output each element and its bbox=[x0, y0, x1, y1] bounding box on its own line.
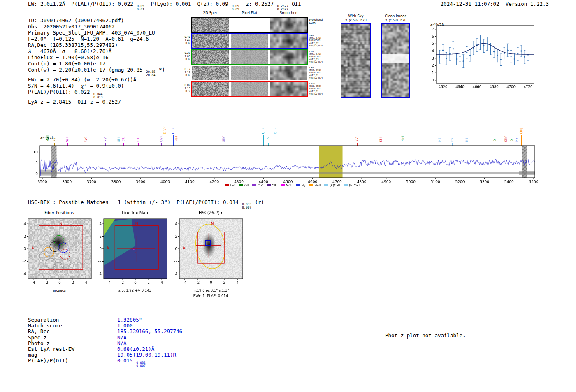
info-line: EWr = 2.70(±0.84) (w: 2.20(±0.67))Å bbox=[28, 77, 165, 83]
text-token: P(Lyα): 0.001 Q(z): 0.09 bbox=[144, 1, 231, 7]
cutout-rows: WeightedSum0.401.470390.42"(597, 670)202… bbox=[182, 11, 334, 103]
legend-label: Hγ bbox=[301, 183, 305, 187]
main-spectrum-canvas bbox=[25, 141, 543, 187]
legend-swatch bbox=[267, 184, 271, 186]
spectral-line-label: OII ( bbox=[171, 128, 175, 134]
info-line: Cont(n) = 1.80(±0.00)e-17 bbox=[28, 60, 165, 67]
text-token: LineFlux = 1.90(±0.58)e-16 bbox=[28, 54, 109, 60]
match-table: Separation1.32805"Match score1.000RA, De… bbox=[28, 317, 182, 364]
summary-header: EW: 2.0±1.2Å P(LAE)/P(OII): 0.022 0.050.… bbox=[28, 1, 301, 11]
lineflux-map-plot: Lineflux Map s/b: 1.92 +/- 0.143 bbox=[91, 209, 174, 293]
legend-item: (K)CaII bbox=[324, 183, 340, 187]
legend-label: (K)CaII bbox=[330, 183, 340, 187]
match-table-row: Photo zN/A bbox=[28, 340, 182, 346]
cutout-spec-panel bbox=[192, 34, 229, 48]
zoom-spectrum-canvas bbox=[425, 21, 537, 90]
text-token: HSC-DEX : Possible Matches = 1 (within +… bbox=[28, 199, 242, 205]
match-table-row: Est LyA rest-EW0.68(±0.21)Å bbox=[28, 346, 182, 352]
weighted-sum-label: WeightedSum bbox=[309, 18, 333, 25]
text-token: (r) bbox=[252, 199, 264, 205]
match-table-row: Separation1.32805" bbox=[28, 317, 182, 322]
match-table-label: Spec z bbox=[28, 334, 117, 340]
lineflux-map-caption: s/b: 1.92 +/- 0.143 bbox=[103, 288, 167, 293]
text-token: P(LAE)/P(OII): 0.022 bbox=[28, 89, 93, 95]
photz-note: Phot z plot not available. bbox=[385, 332, 466, 339]
info-line: RA,Dec (185.338715,55.297482) bbox=[28, 42, 165, 48]
text-token: ID: 3090174062 (3090174062.pdf) bbox=[28, 17, 124, 23]
text-token: EW: 2.0±1.2Å P(LAE)/P(OII): 0.022 bbox=[28, 1, 136, 7]
spectral-line-label: CIII( bbox=[519, 128, 523, 134]
spectral-line-label: SiIV ( bbox=[163, 126, 167, 135]
stacked-uncertainty: 0.090.09 bbox=[232, 5, 239, 11]
text-token: OII bbox=[289, 1, 301, 7]
match-table-row: P(LAE)/P(OII)0.015 0.0320.007 bbox=[28, 357, 182, 363]
cutout-flat-panel bbox=[231, 50, 268, 64]
fiber-positions-xlabel: arcsecs bbox=[27, 288, 91, 293]
legend-label: CIII bbox=[272, 183, 277, 187]
stacked-uncertainty: 0.25270.2527 bbox=[277, 5, 288, 11]
info-line: λ = 4670Å σ = 8.60(±2.70)Å bbox=[28, 48, 165, 54]
main-spectrum-ylabel: e⁻¹⁷x2Å bbox=[40, 136, 54, 140]
text-token: F=2.0" T=0.125 N̄=1.20 A=0.61 g=24.6 bbox=[28, 36, 149, 42]
spectral-line-label: OII ( bbox=[261, 128, 265, 134]
text-token: z: 0.2527 bbox=[239, 1, 276, 7]
legend-label: MgII bbox=[286, 183, 293, 187]
text-token: EWr = 2.70(±0.84) (w: 2.20(±0.67))Å bbox=[28, 77, 136, 83]
info-line: Obs: 20200521v017_3090174062 bbox=[28, 23, 165, 30]
text-token: Obs: 20200521v017_3090174062 bbox=[28, 23, 115, 30]
cutout-spec-panel bbox=[192, 82, 229, 96]
info-line: F=2.0" T=0.125 N̄=1.20 A=0.61 g=24.6 bbox=[28, 36, 165, 42]
stacked-uncertainty: 20.8520.84 bbox=[146, 70, 156, 77]
match-table-label: Match score bbox=[28, 322, 117, 328]
legend-label: HeII bbox=[314, 183, 321, 187]
text-token: *) bbox=[156, 67, 165, 73]
stacked-uncertainty: 0.0320.007 bbox=[136, 361, 146, 367]
with-sky-panel: With Sky x, y: 597, 670 bbox=[339, 14, 373, 98]
fiber-positions-canvas bbox=[16, 216, 95, 286]
cutout-smooth-panel bbox=[270, 66, 307, 80]
lineflux-map-canvas bbox=[91, 216, 170, 286]
legend-item: CIII bbox=[267, 183, 277, 187]
cutout-row bbox=[191, 33, 308, 49]
match-table-value: N/A bbox=[117, 340, 127, 346]
info-line: LyA z = 2.8415 OII z = 0.2527 bbox=[28, 99, 165, 105]
match-table-value: 0.015 0.0320.007 bbox=[117, 357, 146, 363]
legend-label: OII bbox=[244, 183, 249, 187]
cutout-row bbox=[191, 49, 308, 65]
match-table-value: 1.32805" bbox=[117, 317, 142, 322]
legend-label: CIV bbox=[258, 183, 263, 187]
spectrum-legend: LyαOIICIVCIIIMgIIHγHeII(K)CaII(H)CaII bbox=[177, 183, 407, 187]
lineflux-map-title: Lineflux Map bbox=[103, 209, 167, 216]
cutout-row bbox=[191, 81, 308, 97]
cutout-row-left-labels: 0.251.85039 bbox=[182, 52, 190, 61]
cutout-smooth-panel bbox=[270, 34, 307, 48]
legend-swatch bbox=[309, 184, 313, 186]
match-table-label: Photo z bbox=[28, 340, 117, 346]
legend-item: Hγ bbox=[296, 183, 305, 187]
cutout-spec-panel bbox=[192, 66, 229, 80]
cutout-smooth-panel bbox=[270, 18, 307, 32]
legend-item: MgII bbox=[281, 183, 293, 187]
legend-swatch bbox=[344, 184, 348, 186]
legend-item: Lyα bbox=[225, 183, 235, 187]
cutout-row-annotation: 0.42"(597, 670)20200521v017_02403_LU_074 bbox=[309, 34, 333, 47]
match-table-label: Separation bbox=[28, 317, 117, 322]
hsc-cutout-canvas bbox=[167, 216, 246, 286]
match-table-row: mag19.05(19.00,19.11)R bbox=[28, 352, 182, 357]
hsc-cutout-caption-2: EWr: 1. PLAE: 0.014 bbox=[179, 293, 243, 299]
cutout-smooth-panel bbox=[270, 82, 307, 96]
legend-swatch bbox=[281, 184, 285, 186]
text-token: LyA z = 2.8415 OII z = 0.2527 bbox=[28, 99, 121, 105]
cutout-spec-panel bbox=[192, 18, 229, 32]
fiber-positions-plot: Fiber Positions arcsecs bbox=[16, 209, 98, 293]
info-line: Cont(w) = 2.20(±0.01)e-17 (gmag 20.85 20… bbox=[28, 67, 165, 77]
match-table-label: mag bbox=[28, 352, 117, 357]
legend-item: CIV bbox=[252, 183, 263, 187]
match-table-value: 19.05(19.00,19.11)R bbox=[117, 352, 176, 357]
legend-label: (H)CaII bbox=[349, 183, 360, 187]
cutout-row-annotation: 1.42"(597, 670)20200521v017_01403_LU_074 bbox=[309, 66, 333, 79]
spectral-line-label: OII ( bbox=[274, 128, 277, 134]
text-token: = 8.60(±2.70)Å bbox=[65, 48, 111, 54]
match-table-label: Est LyA rest-EW bbox=[28, 346, 117, 352]
clean-image-panel: Clean Image x, y: 597, 670 bbox=[379, 14, 412, 98]
